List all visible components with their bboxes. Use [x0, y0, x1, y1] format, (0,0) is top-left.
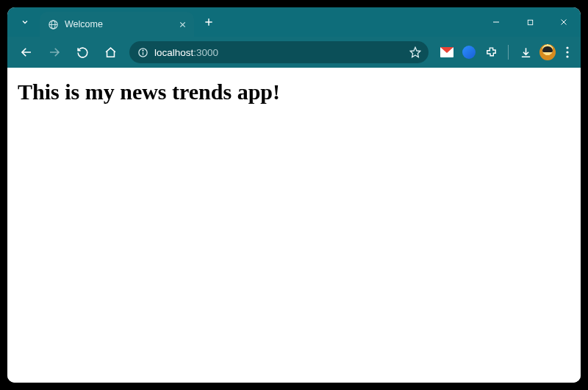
svg-rect-8: [528, 20, 532, 24]
tab-title: Welcome: [65, 19, 173, 29]
tab-close-button[interactable]: [179, 21, 187, 29]
minimize-button[interactable]: [479, 7, 513, 37]
svg-point-21: [566, 55, 568, 57]
svg-point-15: [143, 50, 143, 51]
gmail-extension-icon[interactable]: [439, 44, 455, 60]
forward-button[interactable]: [43, 40, 66, 64]
toolbar: localhost:3000: [7, 37, 581, 68]
close-window-button[interactable]: [547, 7, 581, 37]
page-content: This is my news trends app!: [7, 68, 581, 383]
globe-icon: [47, 18, 59, 30]
window-controls: [479, 7, 581, 37]
new-tab-button[interactable]: [198, 12, 219, 32]
reload-button[interactable]: [71, 40, 94, 64]
svg-point-20: [566, 51, 568, 53]
downloads-button[interactable]: [517, 44, 534, 60]
blue-circle-icon: [462, 46, 476, 59]
site-info-icon[interactable]: [137, 46, 148, 58]
page-heading: This is my news trends app!: [18, 79, 570, 104]
tab-strip: Welcome: [7, 7, 219, 37]
toolbar-divider: [508, 45, 509, 60]
svg-point-19: [566, 46, 568, 49]
browser-window: Welcome: [7, 7, 581, 383]
home-button[interactable]: [98, 40, 122, 64]
browser-tab[interactable]: Welcome: [40, 12, 194, 37]
extensions-button[interactable]: [483, 44, 499, 60]
extensions-group: [436, 44, 573, 60]
chevron-down-icon: [21, 18, 29, 26]
extension-blue-icon[interactable]: [461, 44, 477, 60]
titlebar: Welcome: [7, 7, 581, 37]
back-button[interactable]: [15, 40, 38, 64]
gmail-icon: [440, 47, 453, 57]
profile-button[interactable]: [539, 44, 556, 60]
url-host: localhost: [154, 47, 193, 58]
bookmark-button[interactable]: [409, 46, 421, 58]
svg-marker-16: [410, 47, 420, 57]
menu-button[interactable]: [562, 46, 573, 58]
address-bar[interactable]: localhost:3000: [129, 41, 429, 63]
tab-search-button[interactable]: [15, 12, 35, 32]
url-text: localhost:3000: [154, 47, 404, 58]
maximize-button[interactable]: [513, 7, 547, 37]
url-port: :3000: [193, 47, 218, 58]
avatar-icon: [539, 44, 556, 60]
